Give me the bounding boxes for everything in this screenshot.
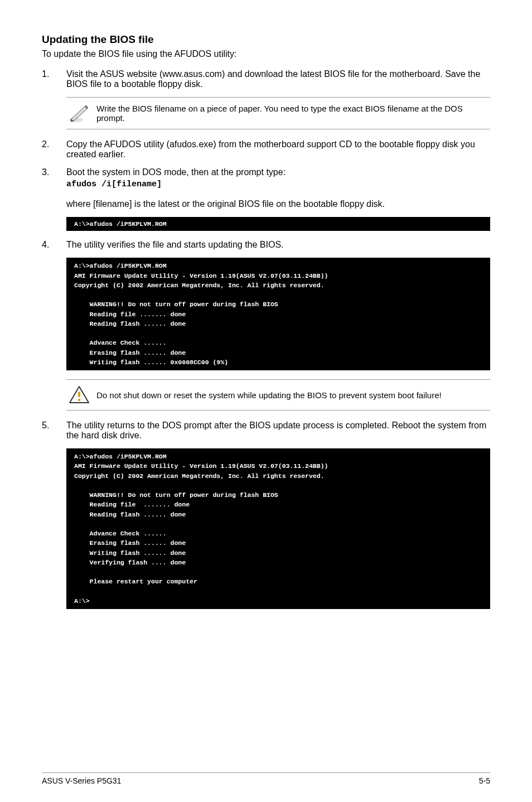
step-body: Copy the AFUDOS utility (afudos.exe) fro… [66,139,490,160]
page-footer: ASUS V-Series P5G31 5-5 [42,772,490,785]
footer-right: 5-5 [479,776,490,785]
step-number: 3. [42,167,66,191]
step-2: 2. Copy the AFUDOS utility (afudos.exe) … [42,139,490,160]
terminal-output-1: A:\>afudos /iP5KPLVM.ROM [66,217,490,231]
step-5: 5. The utility returns to the DOS prompt… [42,421,490,441]
note-text: Do not shut down or reset the system whi… [92,390,490,400]
step-number: 2. [42,139,66,160]
step-1: 1. Visit the ASUS website (www.asus.com)… [42,69,490,89]
note-text: Write the BIOS filename on a piece of pa… [92,104,490,123]
command-text: afudos /i[filename] [66,180,490,189]
page-content: Updating the BIOS file To update the BIO… [42,33,490,756]
step-number: 5. [42,421,66,441]
terminal-output-3: A:\>afudos /iP5KPLVM.ROM AMI Firmware Up… [66,448,490,609]
svg-rect-1 [78,392,80,397]
step-number: 1. [42,69,66,89]
step-4: 4. The utility verifies the file and sta… [42,240,490,250]
note-info: Write the BIOS filename on a piece of pa… [66,97,490,129]
step-3: 3. Boot the system in DOS mode, then at … [42,167,490,191]
terminal-output-2: A:\>afudos /iP5KPLVM.ROM AMI Firmware Up… [66,258,490,370]
pencil-icon [66,103,92,123]
step-body: The utility returns to the DOS prompt af… [66,421,490,441]
warning-icon [66,385,92,404]
footer-left: ASUS V-Series P5G31 [42,776,121,785]
note-warning: Do not shut down or reset the system whi… [66,379,490,410]
step-body: Boot the system in DOS mode, then at the… [66,167,490,191]
step-text: Boot the system in DOS mode, then at the… [66,167,490,177]
step-body: The utility verifies the file and starts… [66,240,490,250]
step-3-note: where [filename] is the latest or the or… [66,199,490,209]
intro-text: To update the BIOS file using the AFUDOS… [42,49,490,59]
svg-point-2 [78,399,81,402]
step-body: Visit the ASUS website (www.asus.com) an… [66,69,490,89]
section-heading: Updating the BIOS file [42,33,490,46]
step-number: 4. [42,240,66,250]
